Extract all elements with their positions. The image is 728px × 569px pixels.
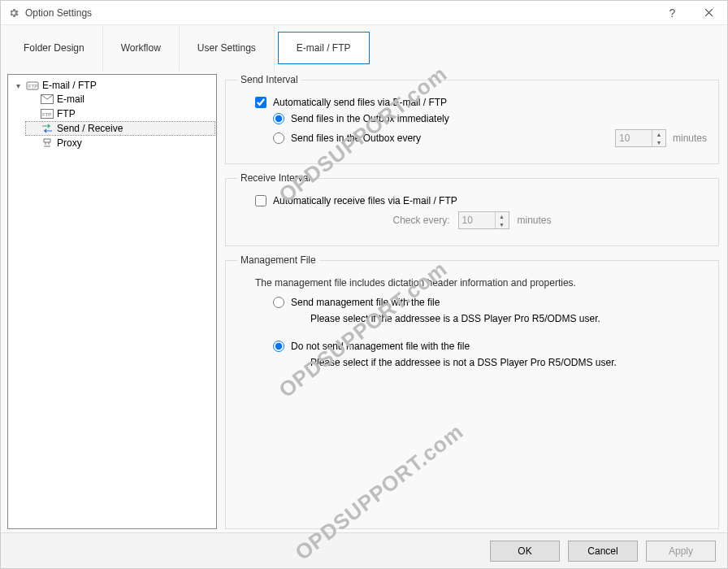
tree-label: E-mail / FTP xyxy=(42,80,97,91)
lbl-check-every: Check every: xyxy=(392,215,449,226)
note-mgmt-send: Please select if the addressee is a DSS … xyxy=(255,313,707,324)
ftp-icon: FTP xyxy=(41,108,54,119)
legend-receive-interval: Receive Interval xyxy=(237,172,314,184)
tree-item-send-receive[interactable]: Send / Receive xyxy=(26,122,214,135)
svg-rect-5 xyxy=(44,139,50,142)
note-mgmt-nosend: Please select if the addressee is not a … xyxy=(255,357,707,368)
spin-receive-minutes[interactable]: ▲▼ xyxy=(458,211,509,229)
chevron-down-icon[interactable]: ▼ xyxy=(496,220,509,228)
legend-send-interval: Send Interval xyxy=(237,74,301,85)
window-title: Option Settings xyxy=(25,7,654,19)
tree-label: FTP xyxy=(57,108,76,119)
tree-root-email-ftp[interactable]: ▾ FTP E-mail / FTP xyxy=(11,79,214,92)
tree-label: Send / Receive xyxy=(57,123,123,134)
chk-auto-receive[interactable] xyxy=(255,195,266,206)
chk-auto-send[interactable] xyxy=(255,97,266,108)
radio-mgmt-send[interactable] xyxy=(273,297,284,308)
proxy-icon xyxy=(41,137,54,149)
lbl-receive-unit: minutes xyxy=(518,215,552,226)
group-receive-interval: Receive Interval Automatically receive f… xyxy=(225,172,719,246)
svg-text:FTP: FTP xyxy=(28,84,37,89)
apply-button[interactable]: Apply xyxy=(646,541,716,562)
spin-send-minutes-input[interactable] xyxy=(616,130,652,146)
mgmt-description: The management file includes dictation h… xyxy=(255,277,707,289)
lbl-auto-send: Automatically send files via E-mail / FT… xyxy=(273,97,447,108)
close-button[interactable] xyxy=(691,1,727,24)
cancel-button[interactable]: Cancel xyxy=(568,541,638,562)
tree-label: E-mail xyxy=(57,93,84,105)
lbl-send-immediate: Send files in the Outbox immediately xyxy=(291,113,449,124)
tree-item-email[interactable]: E-mail xyxy=(26,93,214,106)
tab-bar: Folder Design Workflow User Settings E-m… xyxy=(1,25,727,71)
collapse-icon[interactable]: ▾ xyxy=(13,81,23,90)
tree-item-proxy[interactable]: Proxy xyxy=(26,137,214,150)
radio-send-immediate[interactable] xyxy=(273,113,284,124)
tab-workflow[interactable]: Workflow xyxy=(103,25,180,71)
radio-mgmt-nosend[interactable] xyxy=(273,341,284,352)
lbl-send-every: Send files in the Outbox every xyxy=(291,132,421,144)
spin-receive-minutes-input[interactable] xyxy=(459,212,495,228)
lbl-mgmt-send: Send management file with the file xyxy=(291,297,440,308)
ftp-root-icon: FTP xyxy=(26,80,39,91)
tab-folder-design[interactable]: Folder Design xyxy=(6,25,103,71)
chevron-up-icon[interactable]: ▲ xyxy=(496,212,509,220)
help-button[interactable]: ? xyxy=(654,1,691,24)
lbl-mgmt-nosend: Do not send management file with the fil… xyxy=(291,341,470,352)
spin-send-minutes[interactable]: ▲▼ xyxy=(615,129,666,147)
ok-button[interactable]: OK xyxy=(490,541,560,562)
email-icon xyxy=(41,93,54,105)
settings-pane: Send Interval Automatically send files v… xyxy=(223,74,721,529)
button-bar: OK Cancel Apply xyxy=(1,532,727,568)
send-receive-icon xyxy=(41,123,54,134)
tree-item-ftp[interactable]: FTP FTP xyxy=(26,107,214,120)
tab-user-settings[interactable]: User Settings xyxy=(180,25,275,71)
lbl-auto-receive: Automatically receive files via E-mail /… xyxy=(273,195,457,206)
svg-text:FTP: FTP xyxy=(42,112,51,117)
chevron-up-icon[interactable]: ▲ xyxy=(652,130,665,138)
gear-icon xyxy=(7,7,20,20)
chevron-down-icon[interactable]: ▼ xyxy=(652,138,665,146)
legend-management-file: Management File xyxy=(237,254,319,266)
radio-send-every[interactable] xyxy=(273,132,284,144)
tree-label: Proxy xyxy=(57,137,82,149)
group-management-file: Management File The management file incl… xyxy=(225,254,719,529)
tab-email-ftp[interactable]: E-mail / FTP xyxy=(278,32,370,64)
lbl-send-unit: minutes xyxy=(673,132,707,144)
group-send-interval: Send Interval Automatically send files v… xyxy=(225,74,719,164)
titlebar: Option Settings ? xyxy=(1,1,727,25)
tree-pane: ▾ FTP E-mail / FTP xyxy=(7,74,217,529)
